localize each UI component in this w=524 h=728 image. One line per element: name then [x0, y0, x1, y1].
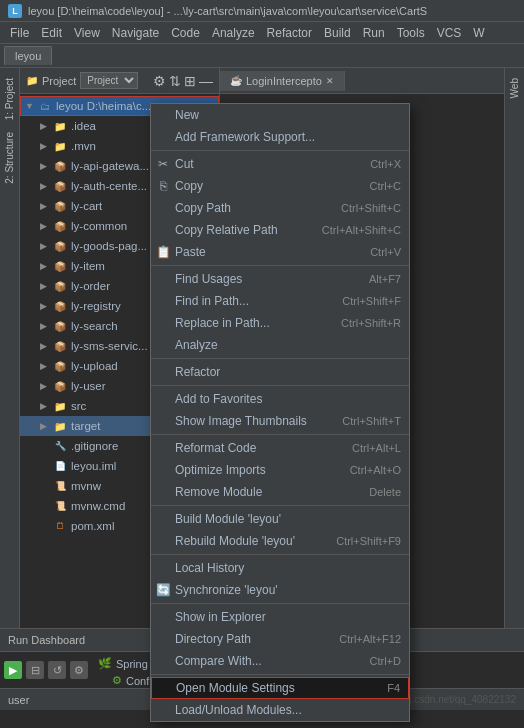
ctx-label: Reformat Code [175, 441, 256, 455]
menu-view[interactable]: View [68, 24, 106, 42]
ctx-item-show-in-explorer[interactable]: Show in Explorer [151, 606, 409, 628]
menu-run[interactable]: Run [357, 24, 391, 42]
editor-tab[interactable]: ☕ LoginIntercepto ✕ [220, 71, 345, 91]
ctx-label: Rebuild Module 'leyou' [175, 534, 295, 548]
separator [151, 505, 409, 506]
menu-navigate[interactable]: Navigate [106, 24, 165, 42]
ctx-item-analyze[interactable]: Analyze [151, 334, 409, 356]
separator [151, 265, 409, 266]
run-controls: ▶ ⊟ ↺ ⚙ [0, 652, 92, 688]
run-label: Run Dashboard [8, 634, 85, 646]
project-tab[interactable]: leyou [4, 46, 52, 65]
ctx-label: Paste [175, 245, 206, 259]
shortcut: Ctrl+Alt+F12 [339, 633, 401, 645]
context-menu: New Add Framework Support... ✂ Cut Ctrl+… [150, 103, 410, 722]
collapse-icon[interactable]: — [199, 73, 213, 89]
panel-label: Project [42, 75, 76, 87]
ctx-label: Analyze [175, 338, 218, 352]
ctx-label: Show in Explorer [175, 610, 266, 624]
ctx-item-compare-with[interactable]: Compare With... Ctrl+D [151, 650, 409, 672]
ctx-item-build-module[interactable]: Build Module 'leyou' [151, 508, 409, 530]
status-user: user [8, 694, 29, 706]
separator [151, 554, 409, 555]
ctx-label: Show Image Thumbnails [175, 414, 307, 428]
ctx-item-new[interactable]: New [151, 104, 409, 126]
separator [151, 434, 409, 435]
sidebar-tab-structure[interactable]: 2: Structure [2, 126, 17, 190]
side-tabs-left: 1: Project 2: Structure [0, 68, 20, 628]
shortcut: Ctrl+Shift+C [341, 202, 401, 214]
shortcut: Ctrl+Alt+L [352, 442, 401, 454]
ctx-item-paste[interactable]: 📋 Paste Ctrl+V [151, 241, 409, 263]
ctx-item-rebuild-module[interactable]: Rebuild Module 'leyou' Ctrl+Shift+F9 [151, 530, 409, 552]
menu-bar: File Edit View Navigate Code Analyze Ref… [0, 22, 524, 44]
shortcut: Ctrl+Shift+F9 [336, 535, 401, 547]
ctx-item-find-usages[interactable]: Find Usages Alt+F7 [151, 268, 409, 290]
ctx-item-synchronize[interactable]: 🔄 Synchronize 'leyou' [151, 579, 409, 601]
ctx-label: Local History [175, 561, 244, 575]
shortcut: Ctrl+C [370, 180, 401, 192]
ctx-label: Copy [175, 179, 203, 193]
ctx-item-add-framework[interactable]: Add Framework Support... [151, 126, 409, 148]
run-settings-button[interactable]: ⚙ [70, 661, 88, 679]
shortcut: Ctrl+D [370, 655, 401, 667]
shortcut: Alt+F7 [369, 273, 401, 285]
ctx-label: Cut [175, 157, 194, 171]
ctx-item-replace-in-path[interactable]: Replace in Path... Ctrl+Shift+R [151, 312, 409, 334]
ctx-item-add-favorites[interactable]: Add to Favorites [151, 388, 409, 410]
ctx-label: Load/Unload Modules... [175, 703, 302, 717]
sort-icon[interactable]: ⇅ [169, 73, 181, 89]
ctx-item-directory-path[interactable]: Directory Path Ctrl+Alt+F12 [151, 628, 409, 650]
ctx-item-copy[interactable]: ⎘ Copy Ctrl+C [151, 175, 409, 197]
ctx-item-copy-relative-path[interactable]: Copy Relative Path Ctrl+Alt+Shift+C [151, 219, 409, 241]
ctx-label: Remove Module [175, 485, 262, 499]
ctx-item-local-history[interactable]: Local History [151, 557, 409, 579]
ctx-label: Replace in Path... [175, 316, 270, 330]
menu-refactor[interactable]: Refactor [261, 24, 318, 42]
menu-file[interactable]: File [4, 24, 35, 42]
ctx-label: Find Usages [175, 272, 242, 286]
separator [151, 358, 409, 359]
menu-analyze[interactable]: Analyze [206, 24, 261, 42]
close-tab-icon[interactable]: ✕ [326, 76, 334, 86]
sidebar-tab-web[interactable]: Web [507, 72, 522, 104]
ctx-item-find-in-path[interactable]: Find in Path... Ctrl+Shift+F [151, 290, 409, 312]
ctx-item-load-unload-modules[interactable]: Load/Unload Modules... [151, 699, 409, 721]
panel-dropdown[interactable]: Project [80, 72, 138, 89]
shortcut: Ctrl+Alt+O [350, 464, 401, 476]
ctx-label: Compare With... [175, 654, 262, 668]
paste-icon: 📋 [156, 245, 170, 259]
shortcut: Ctrl+Shift+T [342, 415, 401, 427]
ctx-item-optimize-imports[interactable]: Optimize Imports Ctrl+Alt+O [151, 459, 409, 481]
menu-w[interactable]: W [467, 24, 490, 42]
ctx-label: Copy Path [175, 201, 231, 215]
run-rerun-button[interactable]: ↺ [48, 661, 66, 679]
ctx-label: Synchronize 'leyou' [175, 583, 278, 597]
ctx-item-remove-module[interactable]: Remove Module Delete [151, 481, 409, 503]
sync-icon: 🔄 [156, 583, 170, 597]
shortcut: Delete [369, 486, 401, 498]
ctx-item-copy-path[interactable]: Copy Path Ctrl+Shift+C [151, 197, 409, 219]
ctx-item-reformat-code[interactable]: Reformat Code Ctrl+Alt+L [151, 437, 409, 459]
ctx-label: Optimize Imports [175, 463, 266, 477]
menu-tools[interactable]: Tools [391, 24, 431, 42]
menu-build[interactable]: Build [318, 24, 357, 42]
shortcut: F4 [387, 682, 400, 694]
run-play-button[interactable]: ▶ [4, 661, 22, 679]
run-stop-button[interactable]: ⊟ [26, 661, 44, 679]
editor-tab-bar: ☕ LoginIntercepto ✕ [220, 68, 504, 94]
ctx-item-show-image-thumbnails[interactable]: Show Image Thumbnails Ctrl+Shift+T [151, 410, 409, 432]
shortcut: Ctrl+V [370, 246, 401, 258]
shortcut: Ctrl+Shift+R [341, 317, 401, 329]
menu-edit[interactable]: Edit [35, 24, 68, 42]
ctx-label: Copy Relative Path [175, 223, 278, 237]
ctx-item-cut[interactable]: ✂ Cut Ctrl+X [151, 153, 409, 175]
ctx-item-open-module-settings[interactable]: Open Module Settings F4 [151, 677, 409, 699]
menu-vcs[interactable]: VCS [431, 24, 468, 42]
expand-icon[interactable]: ⊞ [184, 73, 196, 89]
sidebar-tab-project[interactable]: 1: Project [2, 72, 17, 126]
separator [151, 603, 409, 604]
menu-code[interactable]: Code [165, 24, 206, 42]
ctx-item-refactor[interactable]: Refactor [151, 361, 409, 383]
settings-icon[interactable]: ⚙ [153, 73, 166, 89]
